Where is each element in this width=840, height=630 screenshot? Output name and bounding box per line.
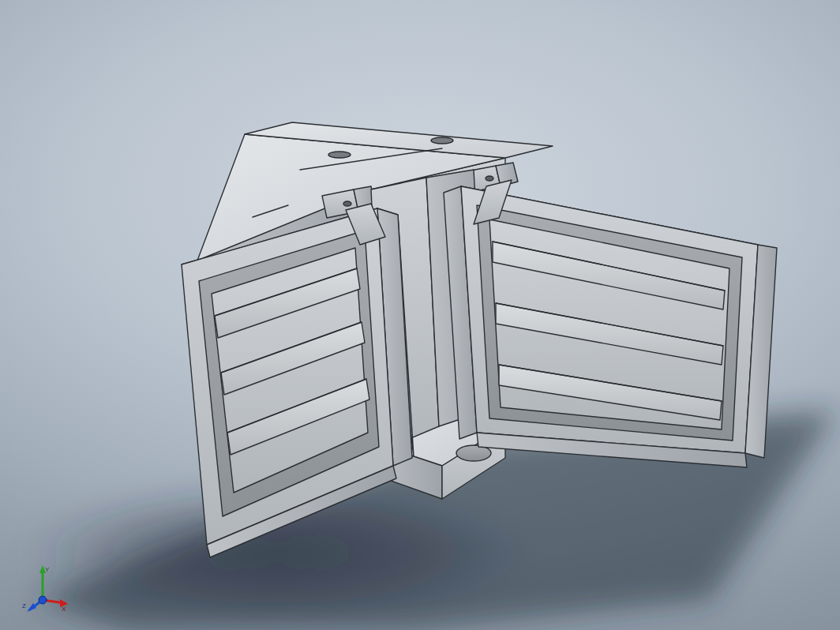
svg-point-10: [431, 137, 453, 144]
clamp-pad-right: [444, 186, 777, 467]
axis-x-label: X: [62, 606, 66, 613]
svg-point-9: [328, 152, 351, 158]
svg-point-13: [343, 201, 351, 206]
axis-z-label: Z: [22, 602, 26, 609]
view-orientation-triad[interactable]: Y X Z: [19, 564, 69, 614]
triad-origin-icon: [39, 596, 47, 604]
svg-point-16: [486, 176, 493, 181]
axis-y-label: Y: [45, 566, 50, 573]
cad-3d-viewport[interactable]: Y X Z: [0, 0, 840, 630]
scene-canvas: [0, 0, 840, 630]
